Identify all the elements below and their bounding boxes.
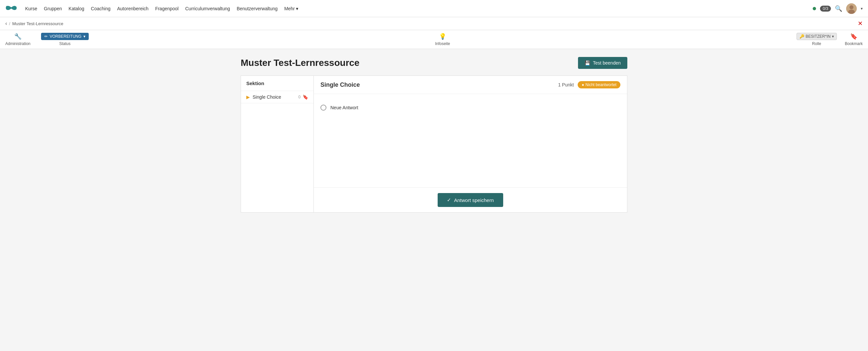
app-logo[interactable] — [5, 2, 17, 15]
nav-mehr[interactable]: Mehr ▾ — [284, 6, 298, 11]
check-icon: ✓ — [447, 197, 451, 203]
question-header: Single Choice 1 Punkt ● Nicht beantworte… — [314, 76, 627, 94]
nav-links: Kurse Gruppen Katalog Coaching Autorenbe… — [25, 6, 805, 11]
back-button[interactable]: ‹ — [5, 21, 7, 27]
sidebar-item-count: 0 — [298, 95, 301, 99]
search-icon: 🔍 — [835, 5, 842, 12]
session-badge: 0/3 — [820, 6, 831, 11]
rolle-badge-label: BESITZER*IN — [806, 34, 831, 39]
key-icon: 🔑 — [800, 34, 804, 39]
pencil-icon: ✏ — [44, 34, 48, 39]
wrench-icon: 🔧 — [14, 33, 22, 40]
nav-gruppen[interactable]: Gruppen — [44, 6, 62, 11]
punkt-label: 1 Punkt — [558, 82, 574, 87]
end-test-button[interactable]: 💾 Test beenden — [578, 57, 627, 69]
status-badge-label: VORBEREITUNG — [50, 34, 82, 39]
page-title: Muster Test-Lernressource — [241, 58, 360, 68]
close-button[interactable]: ✕ — [858, 20, 863, 27]
administration-toolbar-item[interactable]: 🔧 Administration — [5, 33, 30, 46]
save-icon: 💾 — [585, 60, 590, 65]
nav-kurse[interactable]: Kurse — [25, 6, 37, 11]
end-test-label: Test beenden — [593, 60, 621, 65]
main-layout: Sektion ▶ Single Choice 0 🔖 Single Choic… — [241, 76, 627, 212]
sidebar-item-right: 0 🔖 — [298, 94, 308, 100]
breadcrumb-current: Muster Test-Lernressource — [12, 21, 63, 26]
question-title: Single Choice — [320, 82, 360, 88]
sidebar-section-header: Sektion — [241, 76, 313, 91]
question-meta: 1 Punkt ● Nicht beantwortet — [558, 81, 620, 88]
sidebar-item-label: Single Choice — [253, 94, 281, 100]
search-button[interactable]: 🔍 — [835, 5, 842, 12]
circle-icon: ● — [582, 83, 584, 87]
nav-coaching[interactable]: Coaching — [91, 6, 111, 11]
rolle-button[interactable]: 🔑 BESITZER*IN ▾ — [797, 33, 837, 40]
bookmark-label: Bookmark — [845, 41, 863, 46]
rolle-chevron-icon: ▾ — [832, 34, 834, 39]
play-icon: ▶ — [246, 94, 250, 100]
nav-autorenbereich[interactable]: Autorenbereich — [117, 6, 149, 11]
nav-curriculumverwaltung[interactable]: Curriculumverwaltung — [185, 6, 230, 11]
bookmark-toolbar-item[interactable]: 🔖 Bookmark — [845, 33, 863, 46]
toolbar-right: 🔑 BESITZER*IN ▾ Rolle 🔖 Bookmark — [797, 33, 863, 46]
administration-label: Administration — [5, 41, 30, 46]
nav-benutzerverwaltung[interactable]: Benutzerverwaltung — [237, 6, 278, 11]
top-navigation: Kurse Gruppen Katalog Coaching Autorenbe… — [0, 0, 868, 17]
rolle-toolbar-item[interactable]: 🔑 BESITZER*IN ▾ Rolle — [797, 33, 837, 46]
breadcrumb-separator: / — [9, 21, 10, 26]
mehr-chevron-icon: ▾ — [296, 6, 298, 11]
nav-katalog[interactable]: Katalog — [68, 6, 84, 11]
sidebar: Sektion ▶ Single Choice 0 🔖 — [241, 76, 313, 212]
answer-option-0[interactable]: Neue Antwort — [320, 102, 620, 113]
question-spacer — [314, 121, 627, 187]
infoseite-label: Infoseite — [435, 41, 450, 46]
question-area: Single Choice 1 Punkt ● Nicht beantworte… — [313, 76, 627, 212]
save-answer-button[interactable]: ✓ Antwort speichern — [438, 193, 503, 207]
breadcrumb: ‹ / Muster Test-Lernressource — [5, 21, 63, 27]
breadcrumb-bar: ‹ / Muster Test-Lernressource ✕ — [0, 17, 868, 30]
not-answered-label: Nicht beantwortet — [586, 83, 616, 87]
question-footer: ✓ Antwort speichern — [314, 187, 627, 212]
status-badge-button[interactable]: ✏ VORBEREITUNG ▾ — [41, 33, 89, 40]
bookmark-icon: 🔖 — [850, 33, 858, 40]
lightbulb-icon: 💡 — [439, 33, 446, 40]
infoseite-toolbar-item[interactable]: 💡 Infoseite — [435, 33, 450, 46]
status-toolbar-item[interactable]: ✏ VORBEREITUNG ▾ Status — [41, 33, 89, 46]
radio-button-0[interactable] — [320, 105, 327, 111]
sidebar-item-single-choice[interactable]: ▶ Single Choice 0 🔖 — [241, 91, 313, 103]
online-status-dot — [813, 7, 816, 10]
status-label: Status — [59, 41, 70, 46]
nav-fragenpool[interactable]: Fragenpool — [155, 6, 179, 11]
sidebar-bookmark-icon: 🔖 — [303, 94, 308, 100]
nav-right: 0/3 🔍 ▾ — [813, 3, 863, 14]
page-content: Muster Test-Lernressource 💾 Test beenden… — [236, 49, 632, 221]
save-answer-label: Antwort speichern — [454, 197, 494, 203]
question-body: Neue Antwort — [314, 94, 627, 121]
avatar[interactable] — [846, 3, 857, 14]
rolle-label: Rolle — [812, 41, 821, 46]
svg-point-1 — [849, 5, 854, 9]
sidebar-item-left: ▶ Single Choice — [246, 94, 281, 100]
status-chevron-icon: ▾ — [84, 34, 85, 39]
toolbar: 🔧 Administration ✏ VORBEREITUNG ▾ Status… — [0, 30, 868, 49]
not-answered-badge: ● Nicht beantwortet — [578, 81, 620, 88]
avatar-dropdown-button[interactable]: ▾ — [861, 6, 863, 11]
page-header: Muster Test-Lernressource 💾 Test beenden — [241, 57, 627, 69]
answer-text-0: Neue Antwort — [330, 105, 358, 110]
